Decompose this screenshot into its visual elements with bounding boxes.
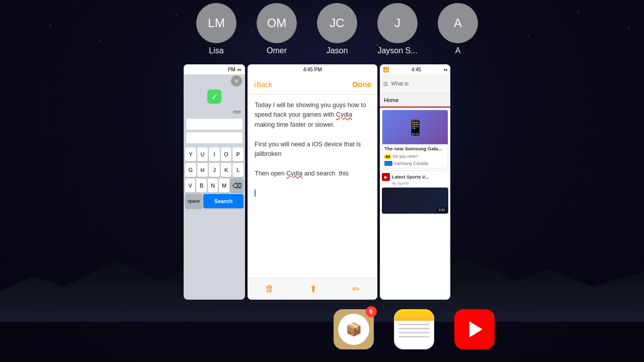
battery-icon-browser: ▪▪ bbox=[444, 67, 447, 72]
keyboard-bottom-row: space Search bbox=[185, 194, 244, 208]
key-j[interactable]: J bbox=[209, 163, 220, 177]
browser-status-bar: 📶 4:45 ▪▪ bbox=[380, 64, 450, 74]
ad-row: Ad Do you note? bbox=[382, 153, 448, 160]
notes-nav-bar: ‹ Back Done bbox=[248, 74, 377, 95]
dock: 📦 6 bbox=[184, 302, 644, 362]
samsung-logo bbox=[384, 161, 392, 166]
brand-name: Samsung Canada bbox=[394, 161, 428, 166]
url-bar[interactable]: What to bbox=[391, 81, 447, 86]
sports-title: Latest Sports V... bbox=[392, 174, 429, 179]
contact-omer[interactable]: OM Omer bbox=[247, 3, 307, 55]
notes-cursor-line bbox=[255, 188, 370, 198]
key-k[interactable]: K bbox=[221, 163, 232, 177]
keyboard-status-time: PM bbox=[228, 67, 235, 72]
brand-row: Samsung Canada bbox=[382, 160, 448, 168]
sports-icon: ▶ bbox=[382, 173, 390, 181]
keyboard-container: Y U I O P G H J K L V B N M ⌫ space Sear… bbox=[184, 145, 245, 210]
done-button[interactable]: Done bbox=[353, 80, 372, 88]
trash-icon[interactable]: 🗑 bbox=[265, 284, 274, 294]
notes-icon-top bbox=[394, 310, 434, 321]
contact-a[interactable]: A A bbox=[428, 3, 488, 55]
key-u[interactable]: U bbox=[197, 147, 208, 161]
key-b[interactable]: B bbox=[196, 178, 206, 193]
notes-status-time: 4:45 PM bbox=[303, 67, 321, 72]
keyboard-row-2: G H J K L bbox=[185, 163, 244, 177]
back-label: Back bbox=[257, 80, 272, 88]
key-space[interactable]: space bbox=[185, 194, 202, 208]
share-icon[interactable]: ⬆ bbox=[309, 284, 317, 295]
dock-item-youtube[interactable] bbox=[454, 309, 495, 349]
dock-item-notes[interactable] bbox=[394, 309, 434, 349]
key-m[interactable]: M bbox=[219, 178, 229, 193]
notes-content: Today I will be showing you guys how to … bbox=[248, 95, 377, 204]
contact-name-a: A bbox=[455, 46, 461, 55]
keyboard-row-3: V B N M ⌫ bbox=[185, 178, 244, 193]
cydia-ref-1: Cydia bbox=[336, 111, 352, 118]
contacts-row: LM Lisa OM Omer JC Jason J Jayson S... A… bbox=[186, 0, 644, 58]
notes-toolbar: 🗑 ⬆ ✏ bbox=[248, 278, 377, 300]
ad-badge: Ad bbox=[384, 154, 391, 159]
avatar-lisa: LM bbox=[196, 3, 236, 43]
notes-line-2 bbox=[398, 328, 430, 329]
hamburger-menu-icon[interactable]: ≡ bbox=[383, 79, 388, 88]
phone-hand-icon: 📱 bbox=[406, 119, 425, 136]
key-y[interactable]: Y bbox=[185, 147, 196, 161]
article-title: The new Samsung Gala... bbox=[382, 144, 448, 153]
key-o[interactable]: O bbox=[221, 147, 232, 161]
compose-icon[interactable]: ✏ bbox=[352, 284, 360, 295]
video-duration: 0:51 bbox=[437, 208, 447, 212]
contact-jayson[interactable]: J Jayson S... bbox=[367, 3, 428, 55]
contact-lisa[interactable]: LM Lisa bbox=[186, 3, 247, 55]
notes-line-3 bbox=[398, 332, 430, 333]
contact-name-lisa: Lisa bbox=[209, 46, 223, 55]
notes-status-bar: 4:45 PM bbox=[248, 64, 377, 74]
free-text: ree bbox=[184, 108, 245, 117]
key-h[interactable]: H bbox=[197, 163, 208, 177]
screen-browser: 📶 4:45 ▪▪ ≡ What to Home 📱 The new Samsu… bbox=[380, 64, 450, 300]
key-p[interactable]: P bbox=[232, 147, 244, 161]
key-v[interactable]: V bbox=[185, 178, 195, 193]
key-n[interactable]: N bbox=[208, 178, 218, 193]
wifi-icon: 📶 bbox=[383, 67, 389, 72]
contact-jason[interactable]: JC Jason bbox=[307, 3, 367, 55]
notes-paragraph-3: Then open Cydia and search this bbox=[255, 169, 370, 178]
search-button[interactable]: Search bbox=[203, 194, 244, 208]
article-card[interactable]: 📱 The new Samsung Gala... Ad Do you note… bbox=[382, 110, 448, 168]
back-button[interactable]: ‹ Back bbox=[254, 80, 272, 89]
notes-line-1 bbox=[398, 324, 430, 325]
key-i[interactable]: I bbox=[209, 147, 220, 161]
browser-nav-bar: ≡ What to bbox=[380, 74, 450, 94]
contact-name-omer: Omer bbox=[267, 46, 287, 55]
notes-paragraph-1: Today I will be showing you guys how to … bbox=[255, 101, 370, 130]
checkmark-button[interactable]: ✓ bbox=[207, 89, 221, 104]
cydia-badge: 6 bbox=[366, 306, 377, 317]
contact-name-jason: Jason bbox=[327, 46, 348, 55]
cydia-inner-circle: 📦 bbox=[338, 314, 369, 345]
contact-name-jayson: Jayson S... bbox=[377, 46, 417, 55]
input-field-1[interactable] bbox=[186, 118, 243, 130]
ad-text: Do you note? bbox=[392, 154, 418, 159]
key-g[interactable]: G bbox=[185, 163, 196, 177]
home-tab[interactable]: Home bbox=[380, 94, 450, 108]
screen-notes: 4:45 PM ‹ Back Done Today I will be show… bbox=[248, 64, 377, 300]
keyboard-row-1: Y U I O P bbox=[185, 147, 244, 161]
avatar-jayson: J bbox=[377, 3, 418, 43]
close-button[interactable]: × bbox=[231, 75, 242, 86]
keyboard-status-bar: PM ▪▪ bbox=[184, 64, 245, 74]
notes-icon bbox=[394, 309, 434, 349]
youtube-play-icon bbox=[469, 321, 482, 337]
avatar-a: A bbox=[438, 3, 478, 43]
browser-status-time: 4:45 bbox=[412, 67, 421, 72]
notes-paragraph-2: First you will need a iOS device that is… bbox=[255, 140, 370, 159]
input-field-2[interactable] bbox=[186, 132, 243, 144]
cursor-blink bbox=[255, 190, 256, 197]
key-l[interactable]: L bbox=[232, 163, 244, 177]
dock-item-cydia[interactable]: 📦 6 bbox=[334, 309, 374, 349]
sports-by: by Sports bbox=[380, 181, 450, 186]
article-thumbnail: 📱 bbox=[382, 110, 448, 144]
sports-video-thumb[interactable]: 0:51 bbox=[382, 188, 448, 214]
key-delete[interactable]: ⌫ bbox=[230, 178, 244, 193]
cydia-ref-2: Cydia bbox=[286, 170, 302, 177]
avatar-omer: OM bbox=[257, 3, 297, 43]
avatar-jason: JC bbox=[317, 3, 357, 43]
